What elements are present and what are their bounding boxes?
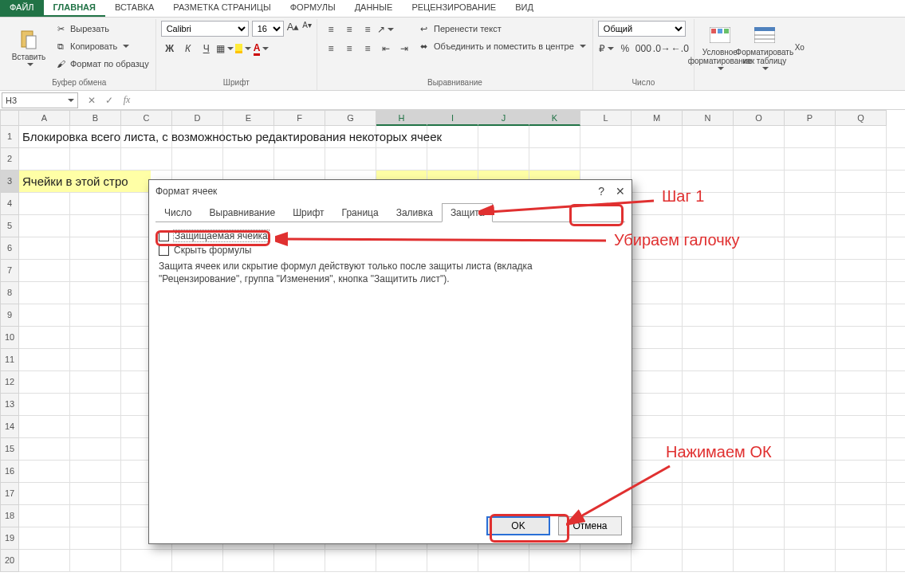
row-header[interactable]: 19 <box>0 527 19 550</box>
cell[interactable] <box>785 215 836 237</box>
cell[interactable] <box>836 304 887 326</box>
currency-button[interactable]: ₽ <box>598 40 616 57</box>
cell[interactable] <box>376 148 427 170</box>
cell[interactable] <box>734 394 785 415</box>
cell[interactable] <box>785 461 836 482</box>
cell[interactable] <box>836 505 887 527</box>
cell[interactable] <box>683 304 734 326</box>
cell[interactable] <box>529 550 580 571</box>
ok-button[interactable]: OK <box>486 516 550 535</box>
cell[interactable] <box>172 148 223 170</box>
cell[interactable] <box>836 237 887 259</box>
decrease-decimal-button[interactable]: ←.0 <box>671 40 689 57</box>
tab-formulas[interactable]: ФОРМУЛЫ <box>281 0 345 17</box>
cell[interactable] <box>580 550 632 571</box>
row-header[interactable]: 20 <box>0 550 19 572</box>
cell[interactable] <box>121 550 172 571</box>
cell[interactable] <box>19 304 70 326</box>
dialog-tab-fill[interactable]: Заливка <box>388 203 442 222</box>
cell[interactable] <box>632 282 683 304</box>
cell[interactable] <box>683 371 734 393</box>
cell[interactable] <box>785 171 836 192</box>
cell[interactable] <box>734 371 785 393</box>
cell[interactable] <box>478 550 529 571</box>
cell[interactable] <box>836 171 887 192</box>
cell[interactable] <box>785 327 836 348</box>
row-header[interactable]: 10 <box>0 327 19 349</box>
comma-style-button[interactable]: 000 <box>635 40 652 57</box>
cell[interactable] <box>19 260 70 281</box>
cell[interactable] <box>734 193 785 214</box>
cell[interactable] <box>223 550 274 571</box>
column-header[interactable]: H <box>376 110 427 126</box>
cell[interactable] <box>785 483 836 504</box>
cell[interactable] <box>683 527 734 549</box>
cell[interactable] <box>683 237 734 259</box>
cell[interactable] <box>632 483 683 504</box>
copy-button[interactable]: ⧉Копировать <box>53 38 151 54</box>
cell[interactable] <box>19 349 70 370</box>
column-header[interactable]: D <box>172 110 223 126</box>
row-header[interactable]: 12 <box>0 371 19 394</box>
cell[interactable] <box>734 304 785 326</box>
cell[interactable] <box>836 126 887 147</box>
row-header[interactable]: 2 <box>0 148 19 171</box>
cell[interactable] <box>632 438 683 460</box>
format-as-table-button[interactable]: Форматировать как таблицу <box>744 21 785 73</box>
column-header[interactable]: N <box>683 110 734 126</box>
cell[interactable] <box>632 237 683 259</box>
cell[interactable] <box>836 349 887 370</box>
increase-indent-button[interactable]: ⇥ <box>395 40 413 57</box>
dialog-tab-protection[interactable]: Защита <box>442 203 494 222</box>
cell[interactable] <box>785 260 836 281</box>
align-bottom-button[interactable]: ≡ <box>359 21 376 38</box>
column-header[interactable]: O <box>734 110 785 126</box>
cell[interactable] <box>19 505 70 527</box>
tab-view[interactable]: ВИД <box>506 0 543 17</box>
cell[interactable] <box>325 550 376 571</box>
cell[interactable] <box>683 215 734 237</box>
column-header[interactable]: K <box>529 110 580 126</box>
underline-button[interactable]: Ч <box>198 40 215 57</box>
font-color-button[interactable]: A <box>253 40 270 57</box>
cell[interactable] <box>19 394 70 415</box>
cell[interactable] <box>785 438 836 460</box>
cell[interactable] <box>325 148 376 170</box>
number-format-select[interactable]: Общий <box>598 21 686 37</box>
align-left-button[interactable]: ≡ <box>322 40 340 57</box>
tab-data[interactable]: ДАННЫЕ <box>345 0 403 17</box>
row-header[interactable]: 3 <box>0 171 19 193</box>
percent-button[interactable]: % <box>616 40 634 57</box>
cell[interactable] <box>376 550 427 571</box>
cell[interactable] <box>734 148 785 170</box>
cell[interactable] <box>632 193 683 214</box>
cell[interactable] <box>785 394 836 415</box>
cell[interactable] <box>70 282 121 304</box>
cell[interactable] <box>427 148 478 170</box>
wrap-text-button[interactable]: ↩Перенести текст <box>416 21 588 37</box>
align-top-button[interactable]: ≡ <box>322 21 340 38</box>
tab-file[interactable]: ФАЙЛ <box>0 0 44 17</box>
cell[interactable] <box>19 148 70 170</box>
cell[interactable] <box>632 171 683 192</box>
merge-center-button[interactable]: ⬌Объединить и поместить в центре <box>416 38 588 54</box>
cell[interactable] <box>734 349 785 370</box>
cell[interactable] <box>734 171 785 192</box>
dialog-tab-alignment[interactable]: Выравнивание <box>201 203 285 222</box>
cell[interactable] <box>734 282 785 304</box>
cell[interactable] <box>632 416 683 437</box>
cell[interactable] <box>70 215 121 237</box>
cell[interactable] <box>785 371 836 393</box>
fx-icon[interactable]: fx <box>118 94 136 106</box>
tab-review[interactable]: РЕЦЕНЗИРОВАНИЕ <box>402 0 506 17</box>
cell[interactable] <box>19 550 70 571</box>
cell[interactable] <box>19 461 70 482</box>
increase-decimal-button[interactable]: .0→ <box>653 40 671 57</box>
cell[interactable] <box>632 260 683 281</box>
align-right-button[interactable]: ≡ <box>359 40 376 57</box>
cell[interactable] <box>683 438 734 460</box>
hidden-checkbox[interactable]: Скрыть формулы <box>159 245 622 256</box>
cell[interactable] <box>785 193 836 214</box>
cell[interactable] <box>19 215 70 237</box>
cell[interactable] <box>734 483 785 504</box>
